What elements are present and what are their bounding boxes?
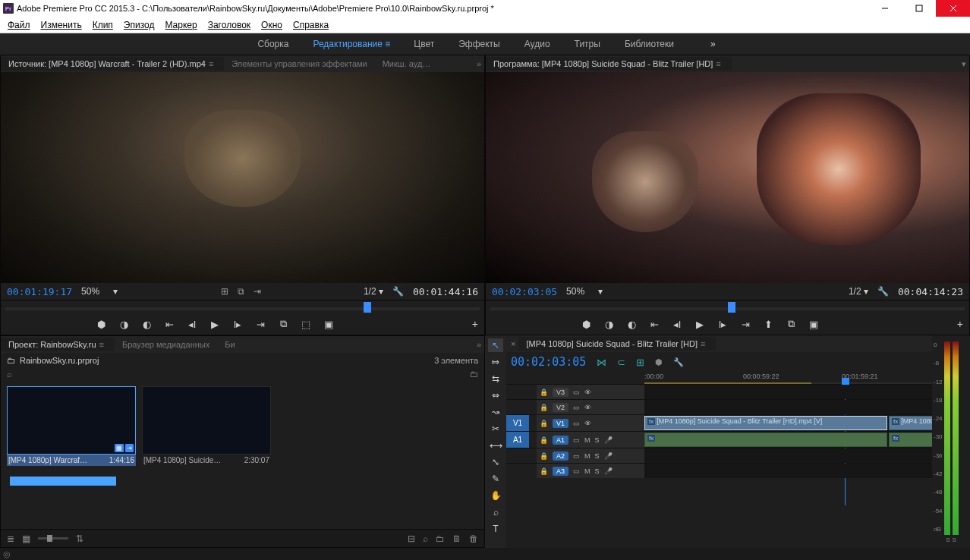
find-icon[interactable]: ⌕	[423, 533, 428, 544]
insert-icon[interactable]: ⧉	[277, 318, 289, 330]
solo-left[interactable]: S	[946, 536, 950, 543]
razor-tool-icon[interactable]: ✂	[488, 422, 503, 436]
go-out-icon[interactable]: ⇥	[739, 319, 751, 330]
clip-thumbnail[interactable]: ▦⇥	[7, 386, 136, 455]
source-zoom-select[interactable]: 50%▾	[81, 286, 118, 297]
timeline-clip[interactable]: fx[MP4 1080p] Suicide Squad - Blitz Trai…	[644, 416, 887, 430]
export-frame-icon[interactable]: ▣	[323, 319, 335, 330]
track-lane[interactable]	[644, 385, 932, 399]
panel-overflow-icon[interactable]: »	[477, 59, 481, 68]
hand-tool-icon[interactable]: ✋	[488, 489, 503, 502]
type-tool-icon[interactable]: T	[488, 522, 503, 536]
project-item[interactable]: [MP4 1080p] Suicide…2:30:07	[142, 386, 271, 466]
workspace-effects[interactable]: Эффекты	[455, 36, 503, 52]
closed-caption-icon[interactable]: ⧉	[238, 286, 244, 297]
marker-icon[interactable]: ⬢	[580, 319, 592, 330]
rolling-tool-icon[interactable]: ⇔	[488, 389, 503, 402]
track-lane[interactable]: fx[MP4 1080p] Suicide Squad - Blitz Trai…	[644, 415, 932, 431]
source-tab[interactable]: Источник: [MP4 1080p] Warcraft - Trailer…	[1, 57, 224, 71]
settings-icon[interactable]: ⊞	[221, 286, 228, 297]
workspace-assembly[interactable]: Сборка	[254, 36, 291, 52]
export-frame-icon[interactable]: ▣	[808, 319, 820, 330]
lock-icon[interactable]: 🔒	[540, 436, 548, 444]
panel-overflow-icon[interactable]: »	[477, 340, 481, 349]
program-current-tc[interactable]: 00:02:03:05	[492, 286, 557, 297]
track-header[interactable]: 🔒A2▭MS🎤	[537, 448, 644, 463]
step-back-icon[interactable]: ◂I	[671, 319, 683, 330]
menu-sequence[interactable]: Эпизод	[119, 18, 159, 32]
track-patch[interactable]: V1	[506, 415, 529, 431]
track-select-fwd-tool-icon[interactable]: ⤇	[488, 355, 503, 369]
track-patch[interactable]	[506, 464, 529, 478]
auto-sequence-icon[interactable]: ⊟	[408, 533, 415, 544]
track-lane[interactable]: fx fx	[644, 432, 932, 448]
go-in-icon[interactable]: ⇤	[163, 319, 175, 330]
track-header[interactable]: 🔒V3▭👁	[537, 385, 644, 399]
program-zoom-select[interactable]: 50%▾	[566, 286, 603, 297]
button-editor-icon[interactable]: +	[472, 318, 478, 330]
menu-file[interactable]: Файл	[3, 18, 35, 32]
out-point-icon[interactable]: ◐	[625, 319, 638, 330]
overwrite-icon[interactable]: ⬚	[300, 319, 312, 330]
program-ruler[interactable]	[486, 300, 969, 313]
track-header[interactable]: 🔒A1▭MS🎤	[537, 432, 644, 448]
minimize-button[interactable]	[868, 0, 902, 17]
proxy-icon[interactable]: ⇥	[254, 286, 261, 297]
sort-icon[interactable]: ⇅	[76, 533, 83, 544]
track-lane[interactable]	[644, 400, 932, 414]
workspace-overflow[interactable]: »	[710, 39, 716, 49]
wrench-icon[interactable]: 🔧	[877, 286, 889, 297]
linked-selection-icon[interactable]: ⊂	[617, 357, 625, 368]
trash-icon[interactable]: 🗑	[469, 533, 478, 544]
panel-menu-icon[interactable]: ▾	[962, 59, 966, 69]
workspace-libraries[interactable]: Библиотеки	[622, 36, 677, 52]
button-editor-icon[interactable]: +	[957, 318, 963, 330]
solo-right[interactable]: S	[953, 536, 956, 543]
search-icon[interactable]: ⌕	[7, 370, 12, 379]
workspace-color[interactable]: Цвет	[411, 36, 437, 52]
track-lane[interactable]	[644, 448, 932, 463]
menu-help[interactable]: Справка	[288, 18, 333, 32]
menu-clip[interactable]: Клип	[88, 18, 118, 32]
timeline-ruler[interactable]: :00:00 00:00:59:22 00:01:59:21 00:02:59:…	[644, 372, 932, 384]
cc-sync-icon[interactable]: ◎	[3, 549, 11, 559]
program-preview[interactable]	[486, 72, 969, 283]
step-back-icon[interactable]: ◂I	[186, 319, 198, 330]
rate-stretch-tool-icon[interactable]: ↝	[488, 405, 503, 419]
menu-window[interactable]: Окно	[257, 18, 287, 32]
clip-thumbnail[interactable]	[142, 386, 271, 455]
source-ruler[interactable]	[1, 300, 484, 313]
go-in-icon[interactable]: ⇤	[648, 319, 660, 330]
play-icon[interactable]: ▶	[694, 319, 706, 330]
lock-icon[interactable]: 🔒	[540, 452, 548, 460]
audio-mixer-tab[interactable]: Микш. ауд…	[375, 57, 439, 71]
track-header[interactable]: 🔒V1▭👁	[537, 415, 644, 431]
lock-icon[interactable]: 🔒	[540, 420, 548, 427]
list-view-icon[interactable]: ≣	[7, 533, 14, 544]
workspace-titles[interactable]: Титры	[572, 36, 603, 52]
workspace-editing[interactable]: Редактирование ≡	[310, 36, 392, 52]
new-item-icon[interactable]: 🗎	[452, 533, 461, 544]
zoom-tool-icon[interactable]: ⌕	[488, 505, 503, 519]
timeline-settings-icon[interactable]: 🔧	[673, 357, 684, 367]
menu-edit[interactable]: Изменить	[36, 18, 87, 32]
step-fwd-icon[interactable]: I▸	[716, 319, 729, 330]
play-icon[interactable]: ▶	[209, 319, 221, 330]
tab-close-icon[interactable]: ×	[511, 339, 515, 348]
project-item[interactable]: ▦⇥ [MP4 1080p] Warcraf…1:44:16	[7, 386, 136, 466]
media-browser-tab[interactable]: Браузер медиаданных	[115, 338, 217, 351]
track-lane[interactable]	[644, 464, 932, 478]
track-patch[interactable]: A1	[506, 432, 529, 448]
marker-icon[interactable]: ⬢	[655, 357, 663, 367]
add-marker-icon[interactable]: ⊞	[636, 357, 644, 368]
wrench-icon[interactable]: 🔧	[392, 286, 404, 297]
effect-controls-tab[interactable]: Элементы управления эффектами	[224, 57, 374, 71]
timeline-clip[interactable]: fx	[644, 433, 887, 447]
lock-icon[interactable]: 🔒	[540, 467, 548, 475]
selection-tool-icon[interactable]: ↖	[488, 338, 503, 352]
maximize-button[interactable]	[902, 0, 936, 17]
bins-tab[interactable]: Би	[217, 338, 242, 351]
track-header[interactable]: 🔒V2▭👁	[537, 400, 644, 414]
track-patch[interactable]	[506, 385, 529, 399]
marker-icon[interactable]: ⬢	[95, 319, 107, 330]
